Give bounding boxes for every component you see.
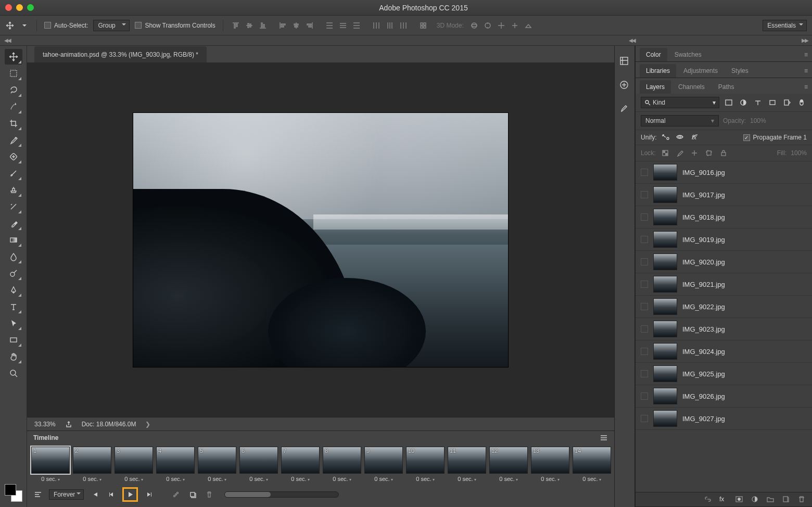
tab-layers[interactable]: Layers <box>640 80 671 94</box>
show-transform-checkbox[interactable]: Show Transform Controls <box>135 22 215 29</box>
tab-styles[interactable]: Styles <box>725 64 755 78</box>
timeline-frame[interactable]: 90 sec. <box>364 447 403 482</box>
eyedropper-tool[interactable] <box>5 132 22 148</box>
visibility-toggle[interactable] <box>641 303 648 310</box>
roll-icon[interactable] <box>483 21 493 30</box>
rectangle-tool[interactable] <box>5 332 22 348</box>
layer-row[interactable]: IMG_9025.jpg <box>636 363 812 385</box>
layer-row[interactable]: IMG_9027.jpg <box>636 408 812 430</box>
layer-group-icon[interactable] <box>766 496 776 504</box>
align-right-icon[interactable] <box>304 21 315 30</box>
lock-pixels-icon[interactable] <box>675 148 685 158</box>
zoom-tool[interactable] <box>5 365 22 381</box>
layer-thumbnail[interactable] <box>653 231 677 248</box>
adjustment-layer-icon[interactable] <box>751 496 760 504</box>
prev-frame-button[interactable] <box>106 489 117 500</box>
auto-align-icon[interactable] <box>418 21 428 30</box>
visibility-toggle[interactable] <box>641 169 648 176</box>
loop-select[interactable]: Forever <box>49 489 84 500</box>
timeline-scrollbar[interactable] <box>224 491 339 498</box>
timeline-tab[interactable]: Timeline <box>33 434 58 441</box>
layer-name[interactable]: IMG_9018.jpg <box>682 213 807 221</box>
chevron-down-icon[interactable] <box>20 21 29 30</box>
layer-name[interactable]: IMG_9017.jpg <box>682 191 807 199</box>
opacity-value[interactable]: 100% <box>750 117 766 124</box>
unify-style-icon[interactable]: fx <box>690 133 701 142</box>
lock-all-icon[interactable] <box>718 148 729 158</box>
visibility-toggle[interactable] <box>641 213 648 221</box>
lock-artboard-icon[interactable] <box>704 148 714 158</box>
layer-row[interactable]: IMG_9016.jpg <box>636 161 812 184</box>
layer-row[interactable]: IMG_9023.jpg <box>636 318 812 340</box>
pan-icon[interactable] <box>496 21 506 30</box>
fill-value[interactable]: 100% <box>791 149 807 157</box>
play-button[interactable] <box>122 487 138 502</box>
layer-thumbnail[interactable] <box>653 254 677 270</box>
layer-thumbnail[interactable] <box>653 388 677 404</box>
visibility-toggle[interactable] <box>641 370 648 377</box>
visibility-toggle[interactable] <box>641 236 648 243</box>
layer-thumbnail[interactable] <box>653 209 677 225</box>
layer-thumbnail[interactable] <box>653 365 677 382</box>
distribute-vcenter-icon[interactable] <box>338 21 348 30</box>
layer-name[interactable]: IMG_9016.jpg <box>682 169 807 176</box>
layer-row[interactable]: IMG_9020.jpg <box>636 251 812 273</box>
timeline-frame[interactable]: 110 sec. <box>448 447 486 482</box>
layer-name[interactable]: IMG_9019.jpg <box>682 236 807 244</box>
history-brush-tool[interactable] <box>5 199 22 214</box>
align-hcenter-icon[interactable] <box>291 21 301 30</box>
timeline-frame[interactable]: 140 sec. <box>573 447 611 482</box>
layer-name[interactable]: IMG_9021.jpg <box>682 281 807 288</box>
filter-pixel-icon[interactable] <box>724 98 734 107</box>
dodge-tool[interactable] <box>5 265 22 281</box>
layer-name[interactable]: IMG_9020.jpg <box>682 258 807 266</box>
layer-row[interactable]: IMG_9017.jpg <box>636 184 812 206</box>
zoom-3d-icon[interactable] <box>523 21 534 30</box>
visibility-toggle[interactable] <box>641 415 648 422</box>
propagate-frame-checkbox[interactable]: ✓Propagate Frame 1 <box>743 134 807 141</box>
visibility-toggle[interactable] <box>641 392 648 400</box>
align-vcenter-icon[interactable] <box>244 21 255 30</box>
auto-select-type-select[interactable]: Group <box>93 20 130 31</box>
hand-tool[interactable] <box>5 349 22 364</box>
zoom-level[interactable]: 33.33% <box>34 421 56 428</box>
timeline-frame[interactable]: 100 sec. <box>406 447 445 482</box>
delete-layer-icon[interactable] <box>797 496 807 504</box>
properties-panel-icon[interactable] <box>618 79 631 92</box>
layer-name[interactable]: IMG_9025.jpg <box>682 370 807 378</box>
layer-fx-icon[interactable]: fx <box>719 496 729 504</box>
panel-menu-icon[interactable]: ≡ <box>804 67 808 74</box>
unify-position-icon[interactable] <box>661 133 671 142</box>
timeline-frame[interactable]: 50 sec. <box>198 447 236 482</box>
tab-paths[interactable]: Paths <box>712 80 741 94</box>
layer-thumbnail[interactable] <box>653 343 677 360</box>
canvas-area[interactable] <box>27 62 614 417</box>
visibility-toggle[interactable] <box>641 258 648 265</box>
timeline-frame[interactable]: 20 sec. <box>73 447 111 482</box>
tab-color[interactable]: Color <box>640 48 667 61</box>
pen-tool[interactable] <box>5 282 22 298</box>
filter-shape-icon[interactable] <box>767 98 778 107</box>
layer-filter-select[interactable]: Kind ▾ <box>641 97 719 108</box>
layer-row[interactable]: IMG_9024.jpg <box>636 340 812 363</box>
timeline-frame[interactable]: 80 sec. <box>323 447 361 482</box>
lock-transparency-icon[interactable] <box>660 148 670 158</box>
blur-tool[interactable] <box>5 249 22 264</box>
layer-name[interactable]: IMG_9023.jpg <box>682 325 807 333</box>
tween-button[interactable] <box>170 489 182 500</box>
layer-thumbnail[interactable] <box>653 276 677 293</box>
filter-type-icon[interactable] <box>753 98 763 107</box>
auto-select-checkbox[interactable]: Auto-Select: <box>44 22 88 29</box>
align-left-icon[interactable] <box>277 21 288 30</box>
next-frame-button[interactable] <box>143 489 155 500</box>
visibility-toggle[interactable] <box>641 281 648 288</box>
clone-stamp-tool[interactable] <box>5 182 22 198</box>
layer-row[interactable]: IMG_9022.jpg <box>636 296 812 318</box>
move-tool[interactable] <box>5 49 22 65</box>
expand-right-icon[interactable]: ▶▶ <box>802 37 808 43</box>
path-select-tool[interactable] <box>5 315 22 331</box>
tab-swatches[interactable]: Swatches <box>668 48 708 61</box>
brush-panel-icon[interactable] <box>618 103 631 116</box>
filter-smart-icon[interactable] <box>782 98 792 107</box>
history-panel-icon[interactable] <box>618 55 631 68</box>
